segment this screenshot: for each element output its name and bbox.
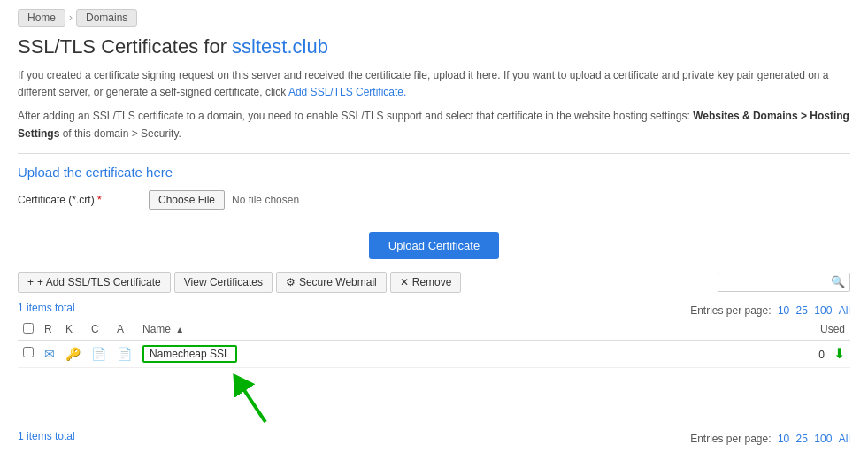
col-header-r: R bbox=[39, 319, 60, 341]
row-checkbox-cell bbox=[18, 340, 39, 367]
upload-section: Upload Certificate bbox=[18, 232, 850, 259]
row-name-cell: Namecheap SSL bbox=[137, 340, 332, 367]
divider-1 bbox=[18, 153, 850, 154]
title-prefix: SSL/TLS Certificates for bbox=[18, 35, 232, 58]
key-icon: 🔑 bbox=[65, 347, 81, 361]
cert-upload-form: Certificate (*.crt) * Choose File No fil… bbox=[18, 190, 850, 219]
row-c-icon-cell: 📄 bbox=[86, 340, 111, 367]
email-icon: ✉ bbox=[44, 347, 55, 361]
sort-asc-icon: ▲ bbox=[175, 325, 184, 334]
cert-icon: 📄 bbox=[91, 347, 106, 361]
view-certificates-button[interactable]: View Certificates bbox=[174, 272, 273, 293]
col-header-check bbox=[18, 319, 39, 341]
green-arrow-annotation bbox=[18, 373, 850, 426]
entries-100-top[interactable]: 100 bbox=[814, 304, 832, 317]
remove-icon: ✕ bbox=[400, 276, 409, 288]
entries-100-bottom[interactable]: 100 bbox=[814, 433, 832, 445]
cert2-icon: 📄 bbox=[117, 347, 132, 361]
upload-certificate-button[interactable]: Upload Certificate bbox=[369, 232, 499, 259]
items-total-top-row: 1 items total Entries per page: 10 25 10… bbox=[18, 302, 850, 319]
entries-all-bottom[interactable]: All bbox=[839, 433, 850, 445]
row-a-icon-cell: 📄 bbox=[111, 340, 137, 367]
entries-10-top[interactable]: 10 bbox=[778, 304, 789, 317]
cert-name-highlighted[interactable]: Namecheap SSL bbox=[142, 345, 237, 363]
action-toolbar: + + Add SSL/TLS Certificate View Certifi… bbox=[18, 272, 850, 293]
entries-per-page-bottom: Entries per page: 10 25 100 All bbox=[690, 433, 850, 445]
entries-10-bottom[interactable]: 10 bbox=[778, 433, 789, 445]
cert-label: Certificate (*.crt) * bbox=[18, 194, 142, 206]
entries-25-bottom[interactable]: 25 bbox=[796, 433, 808, 445]
row-checkbox[interactable] bbox=[23, 347, 34, 357]
info-text-2: After adding an SSL/TLS certificate to a… bbox=[18, 108, 850, 142]
col-header-c: C bbox=[86, 319, 111, 341]
required-mark: * bbox=[97, 194, 102, 206]
add-ssl-button[interactable]: + + Add SSL/TLS Certificate bbox=[18, 272, 171, 293]
cert-table: R K C A Name ▲ Used ✉ 🔑 📄 📄 bbox=[18, 319, 850, 368]
entries-all-top[interactable]: All bbox=[839, 304, 850, 317]
col-header-k: K bbox=[60, 319, 86, 341]
row-r-icon-cell: ✉ bbox=[39, 340, 60, 367]
download-icon[interactable]: ⬇ bbox=[833, 346, 845, 361]
breadcrumb-sep: › bbox=[69, 12, 73, 24]
svg-line-1 bbox=[239, 382, 265, 422]
col-header-name[interactable]: Name ▲ bbox=[137, 319, 332, 341]
choose-file-button[interactable]: Choose File bbox=[149, 190, 225, 210]
search-wrapper: 🔍 bbox=[718, 273, 850, 292]
section-heading: Upload the certificate here bbox=[18, 165, 850, 180]
green-arrow-svg bbox=[230, 373, 301, 426]
col-header-a: A bbox=[111, 319, 137, 341]
remove-button[interactable]: ✕ Remove bbox=[390, 272, 462, 293]
items-total-bottom: 1 items total bbox=[18, 430, 75, 442]
add-ssl-link[interactable]: Add SSL/TLS Certificate. bbox=[288, 86, 406, 98]
page-title: SSL/TLS Certificates for ssltest.club bbox=[18, 35, 850, 58]
entries-25-top[interactable]: 25 bbox=[796, 304, 808, 317]
secure-webmail-button[interactable]: ⚙ Secure Webmail bbox=[276, 272, 387, 293]
select-all-checkbox[interactable] bbox=[23, 323, 34, 334]
webmail-icon: ⚙ bbox=[286, 276, 296, 288]
row-k-icon-cell: 🔑 bbox=[60, 340, 86, 367]
search-icon: 🔍 bbox=[831, 275, 845, 288]
items-total-bottom-row: 1 items total Entries per page: 10 25 10… bbox=[18, 430, 850, 448]
breadcrumb-home[interactable]: Home bbox=[18, 9, 65, 27]
no-file-text: No file chosen bbox=[232, 194, 299, 206]
breadcrumb-domains[interactable]: Domains bbox=[76, 9, 137, 27]
table-header-row: R K C A Name ▲ Used bbox=[18, 319, 850, 341]
row-used-cell: 0 ⬇ bbox=[332, 340, 850, 367]
table-row: ✉ 🔑 📄 📄 Namecheap SSL 0 ⬇ bbox=[18, 340, 850, 367]
domain-link[interactable]: ssltest.club bbox=[232, 35, 328, 58]
info-text-1: If you created a certificate signing req… bbox=[18, 67, 850, 101]
col-header-used: Used bbox=[332, 319, 850, 341]
items-total-top: 1 items total bbox=[18, 302, 75, 314]
breadcrumb: Home › Domains bbox=[18, 9, 850, 27]
entries-per-page-top: Entries per page: 10 25 100 All bbox=[690, 304, 850, 317]
plus-icon: + bbox=[27, 276, 34, 288]
